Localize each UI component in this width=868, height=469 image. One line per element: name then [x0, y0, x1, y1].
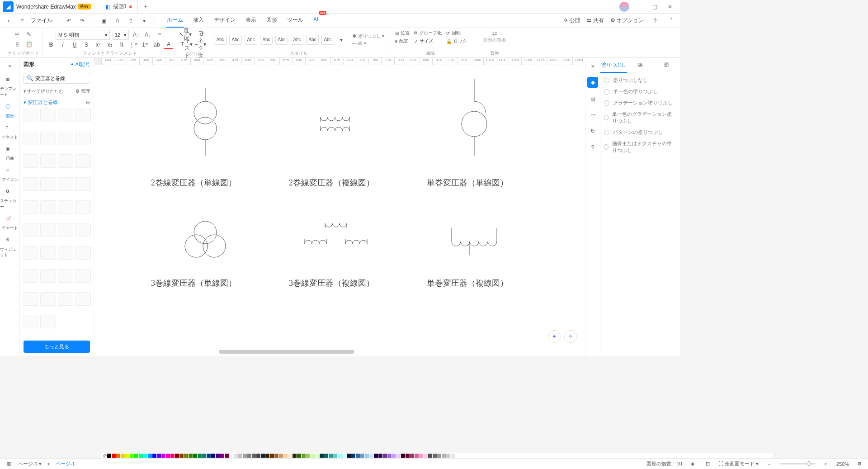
shape-thumb[interactable] — [40, 154, 56, 168]
shape-thumb[interactable] — [23, 246, 38, 260]
rotate-button[interactable]: ⟳ 回転 — [446, 30, 467, 36]
shape-auto-single[interactable] — [454, 79, 495, 156]
print-button[interactable]: ⎙ — [112, 16, 122, 26]
shape-thumb[interactable] — [75, 200, 91, 214]
shape-thumb[interactable] — [58, 246, 74, 260]
bullets-button[interactable]: ⋮≡ — [129, 40, 138, 49]
cut-button[interactable]: ✂ — [13, 30, 22, 39]
more-shapes-button[interactable]: もっと見る — [24, 341, 90, 353]
menu-tab-insert[interactable]: 挿入 — [192, 14, 205, 28]
fill-opt-none[interactable]: 塗りつぶしなし — [604, 77, 676, 84]
subscript-button[interactable]: x₂ — [105, 40, 114, 49]
shape-thumb[interactable] — [58, 200, 74, 214]
ai-float-button[interactable]: ✧ — [564, 330, 577, 343]
shape-thumb[interactable] — [75, 246, 91, 260]
options-button[interactable]: ⚙ オプション — [610, 17, 644, 24]
italic-button[interactable]: I — [58, 40, 67, 49]
vstrip-sticker[interactable]: ✪ステッカー — [0, 186, 19, 213]
minimize-button[interactable]: — — [634, 1, 645, 12]
new-tab-button[interactable]: ＋ — [142, 3, 149, 11]
fill-opt-pattern[interactable]: パターンの塗りつぶし — [604, 129, 676, 136]
line-dropdown[interactable]: ― 線 ▾ — [352, 40, 384, 47]
shape-thumb[interactable] — [40, 269, 56, 283]
manage-button[interactable]: ⚙ 管理 — [75, 88, 90, 95]
style-preset-3[interactable]: Abc — [245, 35, 257, 45]
shape-2winding-multi[interactable] — [314, 110, 354, 137]
style-preset-6[interactable]: Abc — [291, 35, 303, 45]
horizontal-scrollbar[interactable] — [219, 350, 354, 354]
maximize-button[interactable]: ▢ — [649, 1, 660, 12]
shapes-search-input[interactable] — [35, 76, 98, 81]
shape-thumb[interactable] — [40, 200, 56, 214]
numbering-button[interactable]: 1≡ — [141, 40, 150, 49]
shape-thumb[interactable] — [23, 109, 38, 122]
font-color-button[interactable]: A — [164, 40, 173, 49]
replace-shape-button[interactable]: ⇄ 図形の置換 — [478, 30, 511, 43]
fill-opt-single-gradient[interactable]: 単一色のグラデーション塗りつぶし — [604, 111, 676, 124]
superscript-button[interactable]: x² — [94, 40, 103, 49]
case-button[interactable]: ab — [152, 40, 161, 49]
shape-3winding-single[interactable] — [178, 219, 232, 264]
shape-thumb[interactable] — [75, 292, 91, 306]
vstrip-widget[interactable]: ⚙ウィジェット — [0, 235, 19, 261]
close-window-button[interactable]: ✕ — [665, 1, 675, 12]
save-button[interactable]: ▣ — [99, 16, 108, 26]
fold-all-button[interactable]: ▾ すべて折りたたむ — [24, 88, 63, 95]
underline-button[interactable]: U — [70, 40, 79, 49]
fill-opt-gradient[interactable]: グラデーション塗りつぶし — [604, 99, 676, 106]
shape-thumb[interactable] — [58, 177, 74, 191]
style-preset-2[interactable]: Abc — [229, 35, 242, 45]
menu-button[interactable]: ≡ — [17, 16, 27, 26]
shape-thumb[interactable] — [23, 177, 38, 191]
shape-thumb[interactable] — [23, 269, 38, 283]
expand-right-panel[interactable]: » — [587, 61, 598, 71]
shape-thumb[interactable] — [58, 109, 74, 122]
shape-thumb[interactable] — [23, 315, 38, 328]
share-button[interactable]: ⇆ 共有 — [587, 17, 604, 24]
shape-thumb[interactable] — [58, 223, 74, 237]
canvas[interactable]: 2巻線変圧器（単線図） 2巻線変圧器（複線図） 単巻変圧器（単線図） 3巻線変圧… — [101, 65, 585, 356]
align-button2[interactable]: ≡ 配置 — [395, 38, 410, 44]
style-preset-4[interactable]: Abc — [260, 35, 273, 45]
lock-button[interactable]: 🔒 ロック — [446, 38, 467, 44]
shape-thumb[interactable] — [23, 292, 38, 306]
paste-button[interactable]: 📋 — [24, 40, 33, 49]
increase-font-button[interactable]: A↑ — [132, 30, 141, 39]
menu-tab-ai[interactable]: AIhot — [312, 14, 319, 28]
file-menu[interactable]: ファイル — [31, 17, 52, 24]
rstrip-fill[interactable]: ◆ — [587, 77, 598, 88]
user-avatar[interactable] — [619, 2, 629, 12]
group-button[interactable]: ⧉ グループ化 — [414, 30, 442, 36]
align-button[interactable]: ≡ — [155, 30, 164, 39]
style-preset-5[interactable]: Abc — [275, 35, 288, 45]
rstrip-history[interactable]: ↻ — [587, 126, 598, 137]
menu-tab-view[interactable]: 表示 — [245, 14, 257, 28]
shape-thumb[interactable] — [58, 132, 74, 145]
connector-tool[interactable]: ⌐ コネクタ ▾ — [196, 40, 205, 49]
bold-button[interactable]: B — [47, 40, 56, 49]
shape-thumb[interactable] — [75, 154, 91, 168]
rpanel-tab-line[interactable]: 線 — [627, 58, 654, 73]
shape-thumb[interactable] — [23, 132, 38, 145]
shape-thumb[interactable] — [58, 292, 74, 306]
shape-thumb[interactable] — [75, 132, 91, 145]
vstrip-chart[interactable]: 📈チャート — [0, 213, 19, 234]
vstrip-icon[interactable]: ☺アイコン — [0, 165, 19, 185]
fill-dropdown[interactable]: ◆ 塗りつぶし ▾ — [352, 33, 384, 39]
shape-thumb[interactable] — [40, 315, 56, 328]
vstrip-text[interactable]: Tテキスト — [0, 123, 19, 143]
shape-thumb[interactable] — [23, 200, 38, 214]
shape-thumb[interactable] — [23, 154, 38, 168]
rstrip-page[interactable]: ▤ — [587, 93, 598, 104]
font-size-select[interactable]: 12▾ — [113, 30, 129, 40]
more-button[interactable]: ▾ — [139, 16, 149, 26]
font-family-select[interactable]: ＭＳ 明朝▾ — [56, 30, 110, 40]
rstrip-layout[interactable]: ▭ — [587, 109, 598, 120]
style-more-button[interactable]: ▾ — [337, 35, 346, 44]
menu-tab-home[interactable]: ホーム — [166, 14, 184, 28]
export-button[interactable]: ⇪ — [126, 16, 136, 26]
shapes-section-header[interactable]: ▾ 変圧器と巻線⊞ — [20, 97, 94, 108]
vstrip-image[interactable]: ▣画像 — [0, 144, 19, 164]
position-button[interactable]: ⊞ 位置 — [395, 30, 410, 36]
collapse-ribbon-button[interactable]: ˄ — [666, 16, 676, 26]
